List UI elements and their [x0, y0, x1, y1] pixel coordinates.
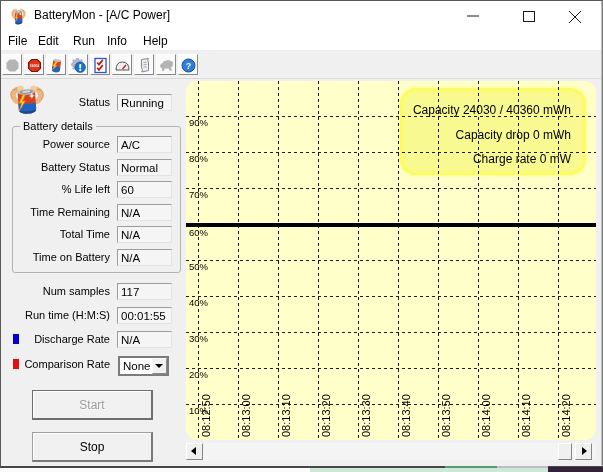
svg-text:STOP: STOP — [30, 64, 38, 68]
svg-text:?: ? — [186, 61, 192, 71]
